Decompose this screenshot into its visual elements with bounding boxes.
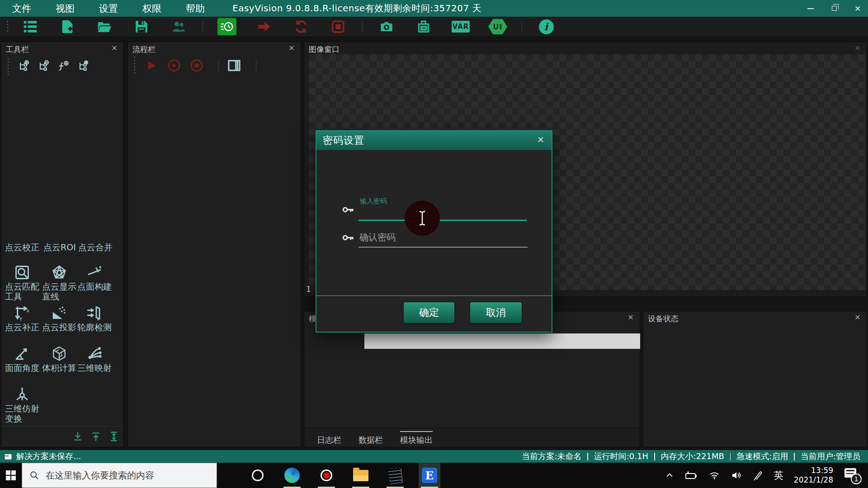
remove-node-button[interactable] bbox=[36, 59, 51, 74]
device-panel-close-button[interactable]: ✕ bbox=[853, 313, 862, 322]
tool-pointcloud-match[interactable]: 点云匹配 工具 bbox=[2, 263, 42, 301]
add-node-button[interactable] bbox=[16, 59, 31, 74]
ui-designer-button[interactable]: UI bbox=[487, 18, 508, 36]
flow-run-loop-button[interactable] bbox=[166, 57, 182, 74]
user-manager-button[interactable] bbox=[168, 18, 189, 36]
tool-panel-close-button[interactable]: ✕ bbox=[110, 44, 119, 52]
flow-stop-button[interactable] bbox=[189, 57, 205, 74]
folder-icon bbox=[353, 470, 368, 481]
affine-icon bbox=[2, 385, 42, 404]
stop-icon bbox=[330, 19, 346, 34]
tool-panel-grip[interactable] bbox=[7, 57, 9, 75]
tool-pointcloud-calib[interactable]: 点云校正 bbox=[5, 242, 39, 253]
solution-status-icon bbox=[4, 452, 13, 461]
toolbar-separator bbox=[522, 21, 522, 32]
camera-button[interactable] bbox=[376, 18, 397, 36]
tool-contour-detect[interactable]: 轮廓检测 bbox=[75, 304, 114, 332]
wifi-icon[interactable] bbox=[708, 470, 720, 480]
info-icon: i bbox=[539, 19, 554, 34]
menu-settings[interactable]: 设置 bbox=[87, 2, 130, 15]
svg-text:x: x bbox=[27, 308, 30, 314]
menu-help[interactable]: 帮助 bbox=[174, 2, 217, 15]
time-label: 13:59 bbox=[811, 466, 833, 475]
about-button[interactable]: i bbox=[536, 18, 557, 36]
maximize-button[interactable] bbox=[828, 3, 840, 14]
menu-view[interactable]: 视图 bbox=[43, 2, 87, 15]
tool-pointcloud-correct[interactable]: x Y 点云补正 bbox=[2, 304, 42, 332]
battery-icon[interactable] bbox=[684, 470, 698, 480]
taskbar-search[interactable]: 在这里输入你要搜索的内容 bbox=[22, 463, 217, 488]
notepad-button[interactable] bbox=[384, 463, 406, 488]
tool-pointcloud-roi[interactable]: 点云ROI bbox=[43, 242, 76, 253]
menu-file[interactable]: 文件 bbox=[0, 2, 43, 15]
run-arrow-icon bbox=[256, 19, 272, 34]
tool-label: 点云投影 bbox=[39, 322, 79, 332]
confirm-password-input[interactable]: 确认密码 bbox=[359, 231, 396, 244]
open-solution-button[interactable] bbox=[94, 18, 115, 36]
cube-icon bbox=[39, 345, 79, 363]
move-up-icon[interactable] bbox=[90, 431, 102, 442]
file-explorer-button[interactable] bbox=[350, 463, 372, 488]
function-add-button[interactable] bbox=[56, 59, 71, 74]
tool-pointcloud-display-line[interactable]: 点云显示 直线 bbox=[39, 263, 79, 301]
new-solution-button[interactable] bbox=[57, 18, 78, 36]
volume-icon[interactable] bbox=[731, 470, 742, 480]
device-button[interactable] bbox=[413, 18, 434, 36]
date-label: 2021/1/28 bbox=[794, 475, 833, 484]
easyvision-taskbar-button[interactable]: E bbox=[419, 463, 440, 488]
image-panel-close-button[interactable]: ✕ bbox=[853, 44, 862, 52]
cortana-button[interactable] bbox=[247, 463, 269, 488]
notification-center-button[interactable]: 1 bbox=[844, 466, 862, 484]
image-panel-title: 图像窗口 bbox=[309, 44, 340, 55]
system-tray: 英 13:59 2021/1/28 1 bbox=[665, 466, 868, 485]
ime-indicator[interactable]: 英 bbox=[774, 469, 783, 482]
tool-3d-affine[interactable]: 三维仿射 变换 bbox=[2, 385, 42, 423]
move-down-icon[interactable] bbox=[72, 431, 84, 442]
flow-panel-close-button[interactable]: ✕ bbox=[287, 44, 296, 52]
tab-data[interactable]: 数据栏 bbox=[359, 431, 383, 446]
cancel-button[interactable]: 取消 bbox=[470, 302, 522, 323]
close-window-button[interactable]: ✕ bbox=[852, 3, 863, 14]
dialog-titlebar[interactable]: 密码设置 ✕ bbox=[316, 131, 552, 150]
edge-button[interactable] bbox=[281, 463, 303, 488]
status-current-solution: 当前方案:未命名 bbox=[516, 451, 587, 462]
stop-button[interactable] bbox=[328, 18, 349, 36]
node-settings-button[interactable] bbox=[75, 59, 91, 74]
tool-label: 点云显示 bbox=[39, 282, 79, 291]
ok-button[interactable]: 确定 bbox=[404, 302, 454, 323]
recorder-button[interactable] bbox=[316, 463, 337, 488]
tool-pointcloud-project[interactable]: 点云投影 bbox=[39, 304, 79, 332]
tool-3d-mapping[interactable]: 三维映射 bbox=[75, 345, 114, 373]
menu-permissions[interactable]: 权限 bbox=[130, 2, 174, 15]
tool-surface-angle[interactable]: 面面角度 bbox=[2, 345, 42, 373]
image-index-label: 1 bbox=[306, 285, 311, 294]
expand-vertical-icon[interactable] bbox=[108, 431, 120, 442]
tool-point-surface-build[interactable]: 点面构建 bbox=[75, 263, 114, 291]
tray-chevron-icon[interactable] bbox=[665, 471, 674, 480]
bottom-dock-tabs: 日志栏 数据栏 模块输出 bbox=[304, 428, 640, 447]
module-panel-close-button[interactable]: ✕ bbox=[626, 313, 635, 322]
dialog-close-button[interactable]: ✕ bbox=[535, 135, 546, 145]
save-solution-button[interactable] bbox=[131, 18, 152, 36]
solution-list-button[interactable] bbox=[20, 18, 41, 36]
tab-log[interactable]: 日志栏 bbox=[317, 431, 341, 446]
tool-pointcloud-merge[interactable]: 点云合并 bbox=[78, 242, 113, 253]
variables-button[interactable]: VAR bbox=[450, 18, 471, 36]
menu-bar: 文件 视图 设置 权限 帮助 EasyVision 9.0.8.8.R-lice… bbox=[0, 0, 868, 17]
tool-volume-calc[interactable]: 体积计算 bbox=[39, 345, 79, 373]
clock[interactable]: 13:59 2021/1/28 bbox=[794, 466, 833, 485]
pen-icon[interactable] bbox=[753, 470, 764, 480]
contour-icon bbox=[75, 304, 114, 322]
start-button[interactable] bbox=[0, 463, 22, 488]
password-input[interactable] bbox=[359, 220, 527, 221]
run-once-button[interactable] bbox=[254, 18, 274, 36]
module-output-row[interactable] bbox=[364, 333, 640, 349]
tab-module-output[interactable]: 模块输出 bbox=[400, 431, 433, 446]
flow-run-button[interactable] bbox=[143, 57, 160, 74]
run-timer-button[interactable] bbox=[217, 18, 237, 36]
flow-toolbar-grip[interactable] bbox=[133, 56, 136, 75]
toolbar-grip[interactable] bbox=[6, 20, 9, 33]
flow-layout-button[interactable] bbox=[226, 57, 242, 74]
run-loop-button[interactable] bbox=[291, 18, 311, 36]
minimize-button[interactable] bbox=[805, 3, 816, 14]
